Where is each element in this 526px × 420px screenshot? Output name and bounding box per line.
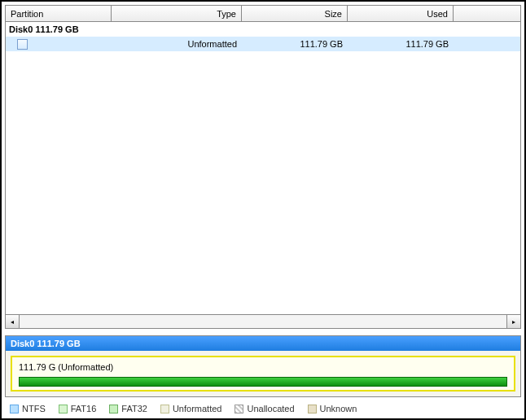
- col-used[interactable]: Used: [348, 6, 454, 21]
- disk-map-body: 111.79 G (Unformatted): [6, 351, 520, 396]
- disk-label: Disk0 111.79 GB: [9, 24, 79, 34]
- app-window: Partition Type Size Used Disk0 111.79 GB…: [0, 0, 526, 420]
- partition-checkbox[interactable]: [17, 39, 28, 50]
- scroll-right-button[interactable]: ▸: [506, 315, 520, 328]
- legend-unformatted: Unformatted: [160, 404, 222, 413]
- swatch-icon: [109, 405, 118, 413]
- legend-label: Unallocated: [247, 404, 294, 413]
- legend: NTFS FAT16 FAT32 Unformatted Unallocated…: [2, 400, 524, 418]
- partition-cell-checkbox: [6, 39, 112, 50]
- swatch-icon: [160, 405, 169, 413]
- swatch-icon: [10, 405, 19, 413]
- swatch-icon: [308, 405, 317, 413]
- legend-label: FAT16: [71, 404, 97, 413]
- partition-block-label: 111.79 G (Unformatted): [19, 362, 507, 372]
- col-size[interactable]: Size: [242, 6, 348, 21]
- chevron-left-icon: ◂: [11, 318, 14, 326]
- col-spacer: [454, 6, 520, 21]
- scroll-left-button[interactable]: ◂: [6, 315, 20, 328]
- disk-map: Disk0 111.79 GB 111.79 G (Unformatted): [5, 335, 521, 397]
- legend-fat16: FAT16: [59, 404, 97, 413]
- legend-label: Unknown: [320, 404, 357, 413]
- col-type[interactable]: Type: [112, 6, 242, 21]
- swatch-icon: [235, 405, 243, 413]
- legend-label: FAT32: [121, 404, 147, 413]
- legend-label: Unformatted: [173, 404, 222, 413]
- partition-cell-type: Unformatted: [112, 39, 242, 49]
- disk-row[interactable]: Disk0 111.79 GB: [6, 22, 520, 37]
- col-partition[interactable]: Partition: [6, 6, 112, 21]
- scroll-track[interactable]: [20, 315, 506, 328]
- legend-unallocated: Unallocated: [235, 404, 294, 413]
- table-header: Partition Type Size Used: [6, 6, 520, 22]
- horizontal-scrollbar[interactable]: ◂ ▸: [6, 314, 520, 328]
- chevron-right-icon: ▸: [512, 318, 515, 326]
- partition-cell-used: 111.79 GB: [348, 39, 454, 49]
- partition-table: Partition Type Size Used Disk0 111.79 GB…: [5, 5, 521, 329]
- swatch-icon: [59, 405, 68, 413]
- legend-label: NTFS: [22, 404, 46, 413]
- legend-unknown: Unknown: [308, 404, 357, 413]
- legend-ntfs: NTFS: [10, 404, 46, 413]
- legend-fat32: FAT32: [109, 404, 147, 413]
- partition-cell-size: 111.79 GB: [242, 39, 348, 49]
- usage-bar: [19, 377, 507, 387]
- partition-row[interactable]: Unformatted 111.79 GB 111.79 GB: [6, 37, 520, 51]
- disk-map-header[interactable]: Disk0 111.79 GB: [6, 336, 520, 351]
- table-body: Disk0 111.79 GB Unformatted 111.79 GB 11…: [6, 22, 520, 314]
- partition-block[interactable]: 111.79 G (Unformatted): [11, 356, 515, 392]
